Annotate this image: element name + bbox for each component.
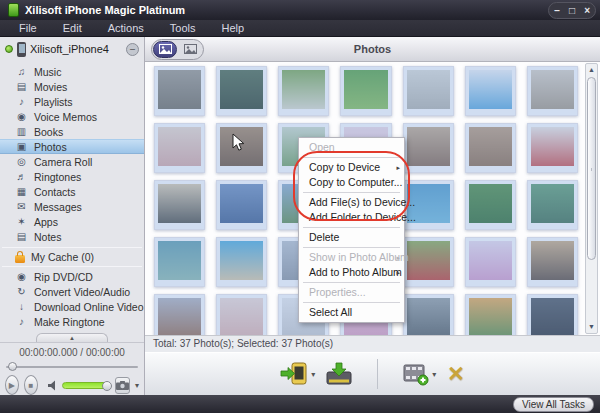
- sidebar-item-make-ringtone[interactable]: ♪Make Ringtone: [0, 314, 144, 329]
- ringtones-icon: ♬: [15, 171, 28, 182]
- photo-selection-overlay: [155, 238, 204, 286]
- sidebar-item-download-online-video[interactable]: ↓Download Online Video: [0, 299, 144, 314]
- add-file-button[interactable]: ▾: [403, 362, 436, 386]
- play-button[interactable]: ▶: [5, 375, 19, 395]
- photo-thumb-chihuahua-cup[interactable]: [527, 123, 578, 173]
- sidebar-item-messages[interactable]: ✉Messages: [0, 199, 144, 214]
- photo-thumb-coast-aerial[interactable]: [154, 237, 205, 287]
- photo-thumb-sleeping-child[interactable]: [216, 294, 267, 335]
- sidebar-item-voice-memos[interactable]: ◉Voice Memos: [0, 109, 144, 124]
- sidebar-item-music[interactable]: ♫Music: [0, 64, 144, 79]
- speaker-icon[interactable]: [47, 380, 59, 391]
- photo-thumb-yellow-buds[interactable]: [340, 66, 391, 116]
- photo-selection-overlay: [404, 238, 453, 286]
- photo-selection-overlay: [466, 238, 515, 286]
- delete-button[interactable]: ✕: [447, 363, 465, 385]
- seek-knob[interactable]: [8, 362, 17, 371]
- photo-thumb-pocoyo-figure[interactable]: [465, 66, 516, 116]
- photo-thumb-beach-bay[interactable]: [216, 237, 267, 287]
- music-icon: ♫: [15, 66, 28, 77]
- photo-thumb-poodle-gray[interactable]: [154, 294, 205, 335]
- photo-thumb-girl-hat[interactable]: [154, 123, 205, 173]
- sidebar-item-photos[interactable]: ▣Photos: [0, 139, 144, 154]
- photo-thumb-chimpanzee[interactable]: [403, 294, 454, 335]
- photo-thumb-living-room[interactable]: [527, 66, 578, 116]
- sidebar-item-ringtones[interactable]: ♬Ringtones: [0, 169, 144, 184]
- photo-thumb-pug[interactable]: [527, 237, 578, 287]
- menu-help[interactable]: Help: [208, 20, 257, 36]
- photo-selection-overlay: [217, 295, 266, 335]
- photo-thumb-desk-stationery[interactable]: [403, 66, 454, 116]
- photo-selection-overlay: [528, 238, 577, 286]
- vertical-scrollbar[interactable]: ▲ ▼: [585, 63, 598, 334]
- add-file-caret[interactable]: ▾: [432, 370, 436, 379]
- copy-to-device-caret[interactable]: ▾: [311, 370, 315, 379]
- sidebar-item-apps[interactable]: ✶Apps: [0, 214, 144, 229]
- sidebar-item-rip-dvd-cd[interactable]: ◉Rip DVD/CD: [0, 269, 144, 284]
- menu-file[interactable]: File: [6, 20, 50, 36]
- context-menu-item-add-to-photo-album[interactable]: Add to Photo Album▸: [299, 265, 404, 280]
- snapshot-button[interactable]: [115, 377, 130, 394]
- menu-edit[interactable]: Edit: [50, 20, 95, 36]
- volume-knob[interactable]: [102, 381, 112, 391]
- photo-thumb-brown-poodle[interactable]: [465, 123, 516, 173]
- list-view-button[interactable]: [178, 41, 202, 58]
- sidebar-item-convert-video-audio[interactable]: ↻Convert Video/Audio: [0, 284, 144, 299]
- close-button[interactable]: ×: [584, 4, 590, 17]
- status-bar: Total: 37 Photo(s); Selected: 37 Photo(s…: [145, 335, 600, 352]
- photo-thumb-green-mountains[interactable]: [465, 180, 516, 230]
- context-menu-item-select-all[interactable]: Select All: [299, 305, 404, 320]
- sidebar-item-camera-roll[interactable]: ◎Camera Roll: [0, 154, 144, 169]
- photo-view-icon: [159, 44, 172, 54]
- eject-button[interactable]: –: [126, 43, 139, 56]
- thumbnail-view-button[interactable]: [153, 41, 177, 58]
- minimize-button[interactable]: −: [554, 4, 560, 17]
- context-menu-item-delete[interactable]: Delete: [299, 230, 404, 245]
- disc-icon: ◉: [15, 271, 28, 282]
- copy-to-device-button[interactable]: ▾: [280, 362, 315, 386]
- scroll-down-icon[interactable]: ▼: [586, 321, 597, 333]
- photo-thumb-cherry-blossom[interactable]: [465, 237, 516, 287]
- photo-thumb-white-flower[interactable]: [278, 66, 329, 116]
- tool-item-label: Convert Video/Audio: [34, 286, 130, 298]
- photo-selection-overlay: [155, 67, 204, 115]
- photo-thumb-night-forest[interactable]: [527, 294, 578, 335]
- collapse-player-button[interactable]: ▲: [36, 333, 108, 342]
- task-bar: View All Tasks: [0, 395, 600, 413]
- copy-to-computer-button[interactable]: [326, 362, 352, 386]
- apps-icon: ✶: [15, 216, 28, 227]
- photo-selection-overlay: [155, 295, 204, 335]
- seek-slider[interactable]: [6, 361, 138, 373]
- volume-slider[interactable]: [62, 382, 110, 389]
- sidebar-item-contacts[interactable]: ▦Contacts: [0, 184, 144, 199]
- sidebar-item-my-cache[interactable]: My Cache (0): [0, 248, 144, 266]
- messages-icon: ✉: [15, 201, 28, 212]
- copy-to-device-icon: [280, 362, 308, 386]
- menu-separator: [303, 227, 400, 228]
- photo-selection-overlay: [466, 67, 515, 115]
- scrollbar-thumb[interactable]: [587, 77, 596, 260]
- sidebar-item-movies[interactable]: ▤Movies: [0, 79, 144, 94]
- maximize-button[interactable]: □: [569, 4, 575, 17]
- photo-selection-overlay: [155, 181, 204, 229]
- photo-thumb-lake-house[interactable]: [527, 180, 578, 230]
- photo-thumb-ladybug[interactable]: [403, 237, 454, 287]
- view-all-tasks-button[interactable]: View All Tasks: [513, 397, 594, 412]
- photo-thumb-mountain-lake[interactable]: [216, 180, 267, 230]
- photo-thumb-puppies[interactable]: [403, 123, 454, 173]
- photo-thumb-zebras[interactable]: [154, 180, 205, 230]
- photo-thumb-forest-hiker[interactable]: [216, 66, 267, 116]
- snapshot-dropdown-caret[interactable]: ▾: [135, 381, 139, 390]
- photo-thumb-koala[interactable]: [154, 66, 205, 116]
- menu-actions[interactable]: Actions: [95, 20, 157, 36]
- device-row[interactable]: Xilisoft_iPhone4 –: [0, 37, 144, 61]
- stop-button[interactable]: ■: [24, 375, 38, 395]
- sidebar-item-notes[interactable]: ▤Notes: [0, 229, 144, 244]
- books-icon: ▥: [15, 126, 28, 137]
- sidebar-item-playlists[interactable]: ♪Playlists: [0, 94, 144, 109]
- menu-tools[interactable]: Tools: [157, 20, 209, 36]
- playlists-icon: ♪: [15, 96, 28, 107]
- scroll-up-icon[interactable]: ▲: [586, 64, 597, 76]
- photo-thumb-sunset-field[interactable]: [465, 294, 516, 335]
- sidebar-item-books[interactable]: ▥Books: [0, 124, 144, 139]
